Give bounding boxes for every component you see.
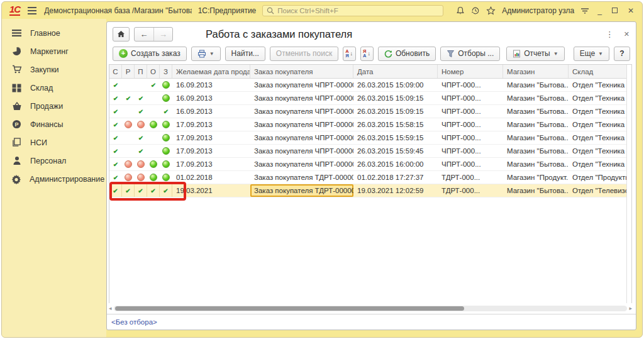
- date-cell[interactable]: 26.03.2015 15:58:15: [353, 118, 438, 131]
- wish-date-cell[interactable]: 16.09.2013: [172, 105, 250, 118]
- print-button[interactable]: ▼: [191, 47, 221, 61]
- warehouse-cell[interactable]: Отдел "Техника д: [569, 131, 626, 144]
- number-cell[interactable]: ТДРТ-000...: [438, 171, 503, 184]
- date-cell[interactable]: 26.03.2015 15:09:15: [353, 92, 438, 104]
- sidebar-item-finansy[interactable]: РФинансы: [2, 115, 106, 133]
- column-header[interactable]: С: [109, 65, 122, 78]
- status-cell[interactable]: ✔: [160, 105, 172, 118]
- warehouse-cell[interactable]: Отдел "Телевизо: [569, 184, 626, 197]
- order-cell[interactable]: Заказ покупателя ЧПРТ-00000...: [250, 79, 353, 91]
- scroll-left-icon[interactable]: ◂: [109, 306, 112, 311]
- status-cell[interactable]: [122, 131, 135, 144]
- number-cell[interactable]: ЧПРТ-000...: [438, 145, 503, 157]
- number-cell[interactable]: ЧПРТ-000...: [438, 131, 503, 144]
- status-cell[interactable]: ✔: [135, 131, 147, 144]
- sidebar-item-administrirovanie[interactable]: Администрирование: [2, 170, 106, 188]
- date-cell[interactable]: 26.03.2015 15:59:15: [353, 131, 438, 144]
- column-header[interactable]: Склад: [569, 65, 626, 78]
- status-cell[interactable]: ✔: [122, 92, 135, 104]
- status-cell[interactable]: ✔: [109, 92, 122, 104]
- status-cell[interactable]: [160, 131, 172, 144]
- status-cell[interactable]: [122, 171, 135, 184]
- column-header[interactable]: Заказ покупателя: [250, 65, 353, 78]
- warehouse-cell[interactable]: Отдел "Техника д: [569, 92, 626, 104]
- status-cell[interactable]: [147, 118, 160, 131]
- column-header[interactable]: З: [160, 65, 172, 78]
- status-cell[interactable]: [160, 145, 172, 157]
- status-cell[interactable]: ✔: [109, 158, 122, 170]
- column-header[interactable]: Магазин: [503, 65, 569, 78]
- column-header[interactable]: Номер: [438, 65, 503, 78]
- notifications-bell-icon[interactable]: [456, 6, 465, 15]
- status-cell[interactable]: [122, 79, 135, 91]
- status-cell[interactable]: [135, 79, 147, 91]
- column-header[interactable]: Желаемая дата продажи: [172, 65, 250, 78]
- sidebar-item-glavnoe[interactable]: Главное: [2, 24, 106, 42]
- cancel-search-button[interactable]: Отменить поиск: [270, 47, 338, 61]
- status-cell[interactable]: ✔: [135, 105, 147, 118]
- number-cell[interactable]: ТДРТ-000...: [438, 184, 503, 197]
- number-cell[interactable]: ЧПРТ-000...: [438, 79, 503, 91]
- scrollbar-thumb[interactable]: [115, 306, 465, 311]
- shop-cell[interactable]: Магазин "Бытова...: [503, 118, 569, 131]
- shop-cell[interactable]: Магазин "Бытова...: [503, 79, 569, 91]
- status-cell[interactable]: ✔: [109, 131, 122, 144]
- favorites-star-icon[interactable]: [486, 6, 496, 15]
- vertical-scrollbar-gutter[interactable]: [626, 65, 631, 303]
- more-button[interactable]: Еще ▼: [574, 47, 609, 61]
- order-cell[interactable]: Заказ покупателя ТДРТ-000001...: [250, 184, 353, 197]
- status-cell[interactable]: ✔: [135, 145, 147, 157]
- column-header[interactable]: Дата: [353, 65, 438, 78]
- scrollbar-track[interactable]: [114, 306, 628, 311]
- status-cell[interactable]: [122, 158, 135, 170]
- date-cell[interactable]: 01.02.2018 17:27:37: [353, 171, 438, 184]
- status-cell[interactable]: [147, 158, 160, 170]
- sidebar-item-zakupki[interactable]: Закупки: [2, 60, 106, 79]
- minimize-button[interactable]: _: [596, 6, 604, 15]
- order-cell[interactable]: Заказ покупателя ЧПРТ-00000...: [250, 118, 353, 131]
- shop-cell[interactable]: Магазин "Бытова...: [503, 145, 569, 157]
- order-cell[interactable]: Заказ покупателя ЧПРТ-00000...: [250, 92, 353, 104]
- status-cell[interactable]: [147, 92, 160, 104]
- help-button[interactable]: ?: [614, 47, 630, 61]
- date-cell[interactable]: 26.03.2015 15:59:45: [353, 145, 438, 157]
- scroll-right-icon[interactable]: ▸: [629, 306, 632, 311]
- warehouse-cell[interactable]: Отдел "Техника д: [569, 158, 626, 170]
- status-cell[interactable]: ✔: [122, 184, 135, 197]
- shop-cell[interactable]: Магазин "Бытова...: [503, 92, 569, 104]
- history-icon[interactable]: [471, 6, 480, 15]
- warehouse-cell[interactable]: Отдел "Техника д: [569, 79, 626, 91]
- wish-date-cell[interactable]: 17.09.2013: [172, 158, 250, 170]
- table-row[interactable]: ✔✔17.09.2013Заказ покупателя ЧПРТ-00000.…: [109, 131, 631, 145]
- status-cell[interactable]: ✔: [109, 171, 122, 184]
- sidebar-item-marketing[interactable]: Маркетинг: [2, 42, 106, 60]
- back-button[interactable]: ←: [135, 28, 153, 41]
- shop-cell[interactable]: Магазин "Бытова...: [503, 105, 569, 118]
- status-cell[interactable]: ✔: [109, 79, 122, 91]
- status-cell[interactable]: [147, 145, 160, 157]
- shop-cell[interactable]: Магазин "Бытова...: [503, 131, 569, 144]
- create-order-button[interactable]: + Создать заказ: [113, 47, 187, 61]
- status-cell[interactable]: ✔: [135, 184, 147, 197]
- order-cell[interactable]: Заказ покупателя ТДРТ-000001...: [250, 171, 353, 184]
- table-row[interactable]: ✔17.09.2013Заказ покупателя ЧПРТ-00000..…: [109, 158, 631, 171]
- order-cell[interactable]: Заказ покупателя ЧПРТ-00000...: [250, 131, 353, 144]
- close-window-button[interactable]: ✕: [626, 6, 636, 15]
- status-cell[interactable]: ✔: [109, 184, 122, 197]
- status-cell[interactable]: [160, 118, 172, 131]
- global-search-input[interactable]: Поиск Ctrl+Shift+F: [262, 5, 443, 16]
- number-cell[interactable]: ЧПРТ-000...: [438, 92, 503, 104]
- column-header[interactable]: П: [135, 65, 147, 78]
- status-cell[interactable]: ✔: [109, 118, 122, 131]
- sort-ascending-button[interactable]: АЯ ↓: [343, 47, 356, 61]
- warehouse-cell[interactable]: Отдел "Техника д: [569, 105, 626, 118]
- sort-descending-button[interactable]: ЯА ↓: [360, 47, 374, 61]
- wish-date-cell[interactable]: 17.09.2013: [172, 145, 250, 157]
- sidebar-item-prodazhi[interactable]: Продажи: [2, 97, 106, 115]
- wish-date-cell[interactable]: 19.03.2021: [172, 184, 250, 197]
- status-cell[interactable]: [122, 118, 135, 131]
- sidebar-item-sklad[interactable]: Склад: [2, 79, 106, 97]
- sidebar-item-personal[interactable]: Персонал: [2, 152, 106, 170]
- filters-button[interactable]: Отборы ...: [440, 47, 500, 61]
- maximize-button[interactable]: [610, 6, 619, 15]
